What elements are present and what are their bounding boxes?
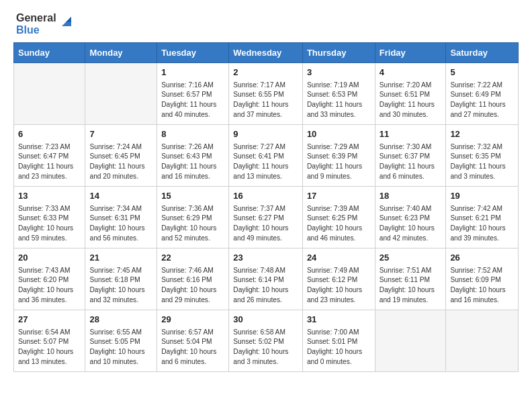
- day-detail: Sunrise: 7:34 AMSunset: 6:31 PMDaylight:…: [89, 204, 152, 244]
- day-detail: Sunrise: 6:54 AMSunset: 5:07 PMDaylight:…: [18, 328, 81, 367]
- day-number: 30: [233, 314, 298, 326]
- calendar-day-cell: [446, 310, 519, 371]
- calendar-day-cell: 13Sunrise: 7:33 AMSunset: 6:33 PMDayligh…: [14, 186, 85, 248]
- day-number: 14: [89, 190, 152, 203]
- day-detail: Sunrise: 7:17 AMSunset: 6:55 PMDaylight:…: [233, 81, 298, 120]
- day-detail: Sunrise: 7:23 AMSunset: 6:47 PMDaylight:…: [18, 142, 81, 182]
- calendar-day-cell: 22Sunrise: 7:46 AMSunset: 6:16 PMDayligh…: [157, 248, 229, 310]
- calendar-day-cell: 30Sunrise: 6:58 AMSunset: 5:02 PMDayligh…: [229, 310, 303, 371]
- day-detail: Sunrise: 7:22 AMSunset: 6:49 PMDaylight:…: [450, 81, 514, 120]
- day-detail: Sunrise: 7:36 AMSunset: 6:29 PMDaylight:…: [161, 204, 224, 244]
- day-of-week-header: Monday: [85, 42, 157, 62]
- calendar-table: SundayMondayTuesdayWednesdayThursdayFrid…: [13, 42, 519, 372]
- calendar-day-cell: 17Sunrise: 7:39 AMSunset: 6:25 PMDayligh…: [302, 186, 375, 248]
- calendar-day-cell: 5Sunrise: 7:22 AMSunset: 6:49 PMDaylight…: [446, 62, 519, 124]
- day-detail: Sunrise: 7:39 AMSunset: 6:25 PMDaylight:…: [307, 204, 371, 244]
- calendar-header-row: SundayMondayTuesdayWednesdayThursdayFrid…: [14, 42, 519, 62]
- day-detail: Sunrise: 7:43 AMSunset: 6:20 PMDaylight:…: [18, 266, 81, 306]
- day-detail: Sunrise: 7:46 AMSunset: 6:16 PMDaylight:…: [161, 266, 224, 306]
- day-detail: Sunrise: 7:45 AMSunset: 6:18 PMDaylight:…: [89, 266, 152, 306]
- day-number: 26: [450, 252, 514, 265]
- day-number: 13: [18, 190, 81, 203]
- day-number: 10: [307, 128, 371, 141]
- calendar-day-cell: 18Sunrise: 7:40 AMSunset: 6:23 PMDayligh…: [375, 186, 446, 248]
- day-number: 17: [307, 190, 371, 203]
- calendar-day-cell: 8Sunrise: 7:26 AMSunset: 6:43 PMDaylight…: [157, 124, 229, 186]
- calendar-day-cell: 16Sunrise: 7:37 AMSunset: 6:27 PMDayligh…: [229, 186, 303, 248]
- day-of-week-header: Thursday: [302, 42, 375, 62]
- svg-marker-1: [66, 17, 71, 22]
- page-header: GeneralBlue: [0, 0, 532, 42]
- day-number: 8: [161, 128, 224, 141]
- day-detail: Sunrise: 7:30 AMSunset: 6:37 PMDaylight:…: [380, 142, 442, 182]
- calendar-day-cell: 27Sunrise: 6:54 AMSunset: 5:07 PMDayligh…: [14, 310, 85, 371]
- day-number: 19: [450, 190, 514, 203]
- calendar-day-cell: 20Sunrise: 7:43 AMSunset: 6:20 PMDayligh…: [14, 248, 85, 310]
- day-number: 1: [161, 66, 224, 79]
- day-detail: Sunrise: 7:51 AMSunset: 6:11 PMDaylight:…: [380, 266, 442, 306]
- calendar-day-cell: 23Sunrise: 7:48 AMSunset: 6:14 PMDayligh…: [229, 248, 303, 310]
- calendar-week-row: 27Sunrise: 6:54 AMSunset: 5:07 PMDayligh…: [14, 310, 519, 371]
- day-number: 24: [307, 252, 371, 265]
- calendar-day-cell: 10Sunrise: 7:29 AMSunset: 6:39 PMDayligh…: [302, 124, 375, 186]
- day-of-week-header: Saturday: [446, 42, 519, 62]
- day-number: 4: [380, 66, 442, 79]
- calendar-day-cell: [85, 62, 157, 124]
- calendar-day-cell: 25Sunrise: 7:51 AMSunset: 6:11 PMDayligh…: [375, 248, 446, 310]
- calendar-day-cell: 7Sunrise: 7:24 AMSunset: 6:45 PMDaylight…: [85, 124, 157, 186]
- calendar-week-row: 20Sunrise: 7:43 AMSunset: 6:20 PMDayligh…: [14, 248, 519, 310]
- calendar-day-cell: 12Sunrise: 7:32 AMSunset: 6:35 PMDayligh…: [446, 124, 519, 186]
- day-detail: Sunrise: 7:16 AMSunset: 6:57 PMDaylight:…: [161, 81, 224, 120]
- calendar-day-cell: 19Sunrise: 7:42 AMSunset: 6:21 PMDayligh…: [446, 186, 519, 248]
- calendar-day-cell: 31Sunrise: 7:00 AMSunset: 5:01 PMDayligh…: [302, 310, 375, 371]
- day-number: 31: [307, 314, 371, 326]
- day-detail: Sunrise: 7:52 AMSunset: 6:09 PMDaylight:…: [450, 266, 514, 306]
- day-detail: Sunrise: 7:49 AMSunset: 6:12 PMDaylight:…: [307, 266, 371, 306]
- day-detail: Sunrise: 7:48 AMSunset: 6:14 PMDaylight:…: [233, 266, 298, 306]
- day-number: 9: [233, 128, 298, 141]
- day-number: 5: [450, 66, 514, 79]
- day-of-week-header: Tuesday: [157, 42, 229, 62]
- calendar-day-cell: 1Sunrise: 7:16 AMSunset: 6:57 PMDaylight…: [157, 62, 229, 124]
- day-detail: Sunrise: 7:00 AMSunset: 5:01 PMDaylight:…: [307, 328, 371, 367]
- day-number: 23: [233, 252, 298, 265]
- calendar-week-row: 6Sunrise: 7:23 AMSunset: 6:47 PMDaylight…: [14, 124, 519, 186]
- day-detail: Sunrise: 7:42 AMSunset: 6:21 PMDaylight:…: [450, 204, 514, 244]
- day-number: 16: [233, 190, 298, 203]
- calendar-week-row: 13Sunrise: 7:33 AMSunset: 6:33 PMDayligh…: [14, 186, 519, 248]
- day-detail: Sunrise: 7:37 AMSunset: 6:27 PMDaylight:…: [233, 204, 298, 244]
- day-number: 3: [307, 66, 371, 79]
- calendar-week-row: 1Sunrise: 7:16 AMSunset: 6:57 PMDaylight…: [14, 62, 519, 124]
- calendar-day-cell: 6Sunrise: 7:23 AMSunset: 6:47 PMDaylight…: [14, 124, 85, 186]
- day-number: 25: [380, 252, 442, 265]
- calendar-day-cell: 3Sunrise: 7:19 AMSunset: 6:53 PMDaylight…: [302, 62, 375, 124]
- day-detail: Sunrise: 7:27 AMSunset: 6:41 PMDaylight:…: [233, 142, 298, 182]
- day-number: 29: [161, 314, 224, 326]
- day-detail: Sunrise: 7:33 AMSunset: 6:33 PMDaylight:…: [18, 204, 81, 244]
- day-detail: Sunrise: 6:57 AMSunset: 5:04 PMDaylight:…: [161, 328, 224, 367]
- day-number: 22: [161, 252, 224, 265]
- calendar-day-cell: 4Sunrise: 7:20 AMSunset: 6:51 PMDaylight…: [375, 62, 446, 124]
- calendar-day-cell: 28Sunrise: 6:55 AMSunset: 5:05 PMDayligh…: [85, 310, 157, 371]
- day-detail: Sunrise: 7:29 AMSunset: 6:39 PMDaylight:…: [307, 142, 371, 182]
- day-detail: Sunrise: 7:32 AMSunset: 6:35 PMDaylight:…: [450, 142, 514, 182]
- day-number: 15: [161, 190, 224, 203]
- calendar-day-cell: 2Sunrise: 7:17 AMSunset: 6:55 PMDaylight…: [229, 62, 303, 124]
- day-number: 27: [18, 314, 81, 326]
- day-detail: Sunrise: 7:26 AMSunset: 6:43 PMDaylight:…: [161, 142, 224, 182]
- day-number: 12: [450, 128, 514, 141]
- day-of-week-header: Sunday: [14, 42, 85, 62]
- calendar-day-cell: 14Sunrise: 7:34 AMSunset: 6:31 PMDayligh…: [85, 186, 157, 248]
- calendar-day-cell: 26Sunrise: 7:52 AMSunset: 6:09 PMDayligh…: [446, 248, 519, 310]
- day-number: 20: [18, 252, 81, 265]
- calendar-day-cell: 24Sunrise: 7:49 AMSunset: 6:12 PMDayligh…: [302, 248, 375, 310]
- day-of-week-header: Friday: [375, 42, 446, 62]
- calendar-day-cell: 9Sunrise: 7:27 AMSunset: 6:41 PMDaylight…: [229, 124, 303, 186]
- logo: GeneralBlue: [16, 12, 74, 37]
- day-detail: Sunrise: 6:55 AMSunset: 5:05 PMDaylight:…: [89, 328, 152, 367]
- calendar-day-cell: 11Sunrise: 7:30 AMSunset: 6:37 PMDayligh…: [375, 124, 446, 186]
- day-detail: Sunrise: 7:24 AMSunset: 6:45 PMDaylight:…: [89, 142, 152, 182]
- day-detail: Sunrise: 7:40 AMSunset: 6:23 PMDaylight:…: [380, 204, 442, 244]
- day-number: 28: [89, 314, 152, 326]
- day-detail: Sunrise: 7:19 AMSunset: 6:53 PMDaylight:…: [307, 81, 371, 120]
